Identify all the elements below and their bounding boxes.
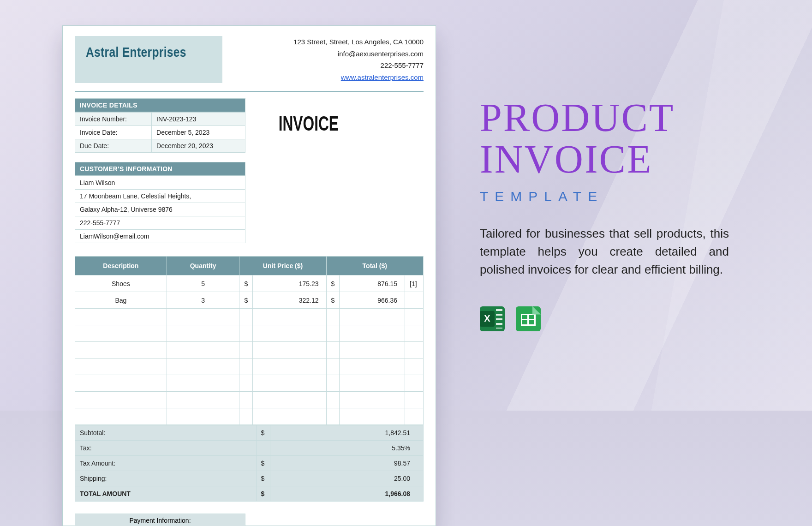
table-row-empty bbox=[75, 309, 424, 325]
payment-info-heading: Payment Information: bbox=[75, 514, 245, 526]
promo-panel: PRODUCT INVOICE TEMPLATE Tailored for bu… bbox=[480, 97, 738, 331]
customer-info-table: Liam Wilson17 Moonbeam Lane, Celestial H… bbox=[75, 176, 245, 243]
item-desc: Shoes bbox=[75, 275, 167, 292]
item-total: 876.15 bbox=[340, 275, 405, 292]
detail-label: Due Date: bbox=[75, 139, 152, 153]
line-items-body: Shoes5$175.23$876.15[1]Bag3$322.12$966.3… bbox=[75, 275, 424, 425]
col-total: Total ($) bbox=[326, 257, 423, 275]
customer-info-heading: CUSTOMER'S INFORMATION bbox=[75, 162, 245, 176]
company-phone: 222-555-7777 bbox=[293, 60, 424, 72]
total-value: 98.57 bbox=[270, 456, 423, 471]
total-value: 25.00 bbox=[270, 471, 423, 486]
google-sheets-icon bbox=[516, 306, 541, 331]
total-label: Tax Amount: bbox=[75, 456, 257, 471]
company-email: info@aexusenterprises.com bbox=[293, 48, 424, 60]
table-row: Shoes5$175.23$876.15[1] bbox=[75, 275, 424, 292]
item-qty: 5 bbox=[167, 275, 239, 292]
item-desc: Bag bbox=[75, 292, 167, 309]
total-value: 5.35% bbox=[270, 441, 423, 456]
item-total: 966.36 bbox=[340, 292, 405, 309]
company-contact-block: 123 Street, Street, Los Angeles, CA 1000… bbox=[293, 36, 424, 83]
customer-line: LiamWilson@email.com bbox=[75, 230, 245, 243]
table-row-empty bbox=[75, 342, 424, 359]
company-name: Astral Enterprises bbox=[86, 44, 189, 60]
table-row-empty bbox=[75, 375, 424, 392]
company-website-link[interactable]: www.astralenterprises.com bbox=[341, 73, 424, 81]
currency-symbol: $ bbox=[256, 486, 270, 502]
item-note bbox=[405, 292, 424, 309]
detail-label: Invoice Number: bbox=[75, 113, 152, 126]
invoice-big-label: INVOICE bbox=[264, 98, 339, 135]
col-description: Description bbox=[75, 257, 167, 275]
company-address: 123 Street, Street, Los Angeles, CA 1000… bbox=[293, 36, 424, 48]
currency-symbol: $ bbox=[256, 456, 270, 471]
col-unit-price: Unit Price ($) bbox=[239, 257, 326, 275]
promo-title-line2: INVOICE bbox=[480, 138, 738, 180]
currency-symbol: $ bbox=[239, 292, 253, 309]
currency-symbol: $ bbox=[256, 425, 270, 441]
detail-value: December 5, 2023 bbox=[152, 126, 245, 139]
item-note: [1] bbox=[405, 275, 424, 292]
invoice-document: Astral Enterprises 123 Street, Street, L… bbox=[62, 25, 436, 526]
total-label: Tax: bbox=[75, 441, 257, 456]
totals-table: Subtotal:$1,842.51Tax:5.35%Tax Amount:$9… bbox=[75, 425, 424, 502]
currency-symbol: $ bbox=[239, 275, 253, 292]
col-quantity: Quantity bbox=[167, 257, 239, 275]
table-row: Bag3$322.12$966.36 bbox=[75, 292, 424, 309]
customer-line: Galaxy Alpha-12, Universe 9876 bbox=[75, 203, 245, 216]
company-logo-box: Astral Enterprises bbox=[75, 36, 222, 83]
total-label: Subtotal: bbox=[75, 425, 257, 441]
currency-symbol bbox=[256, 441, 270, 456]
detail-value: INV-2023-123 bbox=[152, 113, 245, 126]
promo-description: Tailored for businesses that sell produc… bbox=[480, 225, 729, 279]
table-row-empty bbox=[75, 408, 424, 425]
total-value: 1,842.51 bbox=[270, 425, 423, 441]
payment-info-block: Payment Information: Payment Due By: Dec… bbox=[75, 514, 245, 526]
grand-total-label: TOTAL AMOUNT bbox=[75, 486, 257, 502]
table-row-empty bbox=[75, 392, 424, 408]
invoice-details-heading: INVOICE DETAILS bbox=[75, 98, 245, 112]
excel-icon bbox=[480, 306, 505, 331]
item-unit-price: 175.23 bbox=[253, 275, 326, 292]
item-unit-price: 322.12 bbox=[253, 292, 326, 309]
currency-symbol: $ bbox=[256, 471, 270, 486]
total-label: Shipping: bbox=[75, 471, 257, 486]
customer-line: 222-555-7777 bbox=[75, 216, 245, 230]
promo-subtitle: TEMPLATE bbox=[480, 189, 738, 204]
currency-symbol: $ bbox=[326, 292, 340, 309]
customer-line: Liam Wilson bbox=[75, 176, 245, 190]
invoice-details-table: Invoice Number:INV-2023-123Invoice Date:… bbox=[75, 112, 245, 153]
header-divider bbox=[75, 91, 424, 92]
detail-value: December 20, 2023 bbox=[152, 139, 245, 153]
table-row-empty bbox=[75, 359, 424, 375]
currency-symbol: $ bbox=[326, 275, 340, 292]
line-items-table: Description Quantity Unit Price ($) Tota… bbox=[75, 256, 424, 425]
detail-label: Invoice Date: bbox=[75, 126, 152, 139]
customer-line: 17 Moonbeam Lane, Celestial Heights, bbox=[75, 190, 245, 203]
item-qty: 3 bbox=[167, 292, 239, 309]
grand-total-value: 1,966.08 bbox=[270, 486, 423, 502]
promo-title-line1: PRODUCT bbox=[480, 97, 738, 138]
table-row-empty bbox=[75, 325, 424, 342]
